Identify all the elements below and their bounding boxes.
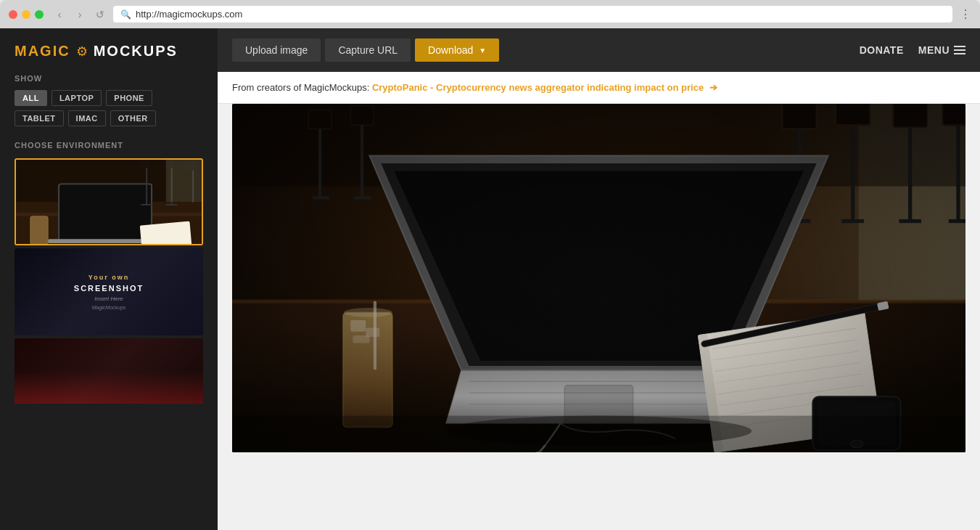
promo-prefix: From creators of MagicMockups: — [232, 82, 372, 93]
filter-all[interactable]: ALL — [15, 90, 47, 106]
promo-arrow-icon: ➔ — [709, 82, 717, 93]
upload-button[interactable]: Upload image — [232, 38, 321, 62]
promo-link[interactable]: CryptoPanic - Cryptocurrency news aggreg… — [372, 82, 717, 93]
traffic-lights — [9, 10, 44, 19]
menu-line-1 — [954, 46, 965, 47]
main-mockup-image — [232, 104, 965, 452]
main-image-container — [218, 104, 980, 467]
env-thumb-dark[interactable]: Your own Screenshot Insert Here MagicMoc… — [15, 248, 203, 335]
svg-rect-72 — [232, 104, 965, 452]
svg-rect-3 — [59, 184, 152, 241]
menu-line-3 — [954, 53, 965, 54]
logo-mockups: MOCKUPS — [94, 43, 178, 60]
download-button[interactable]: Download ▼ — [415, 38, 499, 62]
show-label: SHOW — [0, 74, 218, 90]
filter-imac[interactable]: IMAC — [68, 110, 106, 126]
filter-phone[interactable]: PHONE — [106, 90, 152, 106]
env-thumb-third[interactable] — [15, 338, 203, 425]
svg-rect-7 — [137, 160, 150, 168]
browser-chrome: ‹ › ↺ 🔍 ⋮ — [0, 0, 980, 28]
header-left: Upload image Capture URL Download ▼ — [232, 38, 499, 62]
menu-button[interactable]: MENU — [918, 44, 965, 56]
filter-other[interactable]: OTHER — [110, 110, 156, 126]
header-bar: Upload image Capture URL Download ▼ DONA… — [218, 28, 980, 72]
cafe-scene-svg — [232, 104, 965, 452]
main-content: Upload image Capture URL Download ▼ DONA… — [218, 28, 980, 530]
page-wrapper: MAGIC ⚙ MOCKUPS SHOW ALL LAPTOP PHONE TA… — [0, 28, 980, 530]
download-dropdown-arrow: ▼ — [479, 46, 486, 54]
sidebar: MAGIC ⚙ MOCKUPS SHOW ALL LAPTOP PHONE TA… — [0, 28, 218, 530]
address-bar[interactable]: 🔍 — [113, 6, 952, 23]
refresh-button[interactable]: ↺ — [93, 7, 107, 22]
svg-rect-5 — [30, 216, 49, 244]
maximize-button[interactable] — [35, 10, 44, 19]
logo-magic: MAGIC — [15, 43, 70, 60]
search-icon: 🔍 — [120, 9, 131, 20]
promo-link-text: CryptoPanic - Cryptocurrency news aggreg… — [372, 82, 704, 93]
env-thumb-cafe[interactable] — [15, 158, 203, 245]
menu-label: MENU — [918, 44, 950, 56]
url-input[interactable] — [136, 9, 945, 20]
svg-rect-8 — [146, 168, 147, 204]
filter-buttons-group: ALL LAPTOP PHONE TABLET IMAC OTHER — [0, 90, 218, 141]
browser-titlebar: ‹ › ↺ 🔍 ⋮ — [0, 0, 980, 28]
filter-laptop[interactable]: LAPTOP — [52, 90, 102, 106]
menu-lines-icon — [954, 46, 965, 54]
forward-button[interactable]: › — [73, 7, 87, 22]
svg-rect-9 — [141, 204, 152, 205]
capture-url-button[interactable]: Capture URL — [325, 38, 411, 62]
download-label: Download — [428, 44, 473, 56]
header-right: DONATE MENU — [860, 44, 965, 56]
logo-icon: ⚙ — [76, 44, 88, 60]
filter-tablet[interactable]: TABLET — [15, 110, 64, 126]
close-button[interactable] — [9, 10, 17, 19]
donate-link[interactable]: DONATE — [860, 44, 904, 56]
choose-env-label: CHOOSE ENVIRONMENT — [0, 141, 218, 158]
env-thumbnails: Your own Screenshot Insert Here MagicMoc… — [0, 158, 218, 425]
back-button[interactable]: ‹ — [52, 7, 67, 22]
browser-navigation: ‹ › ↺ — [52, 7, 107, 22]
promo-banner: From creators of MagicMockups: CryptoPan… — [218, 72, 980, 104]
menu-line-2 — [954, 49, 965, 51]
logo-area: MAGIC ⚙ MOCKUPS — [0, 43, 218, 74]
svg-rect-15 — [166, 160, 202, 202]
svg-rect-12 — [166, 204, 178, 205]
browser-menu-button[interactable]: ⋮ — [960, 7, 971, 21]
minimize-button[interactable] — [22, 10, 30, 19]
